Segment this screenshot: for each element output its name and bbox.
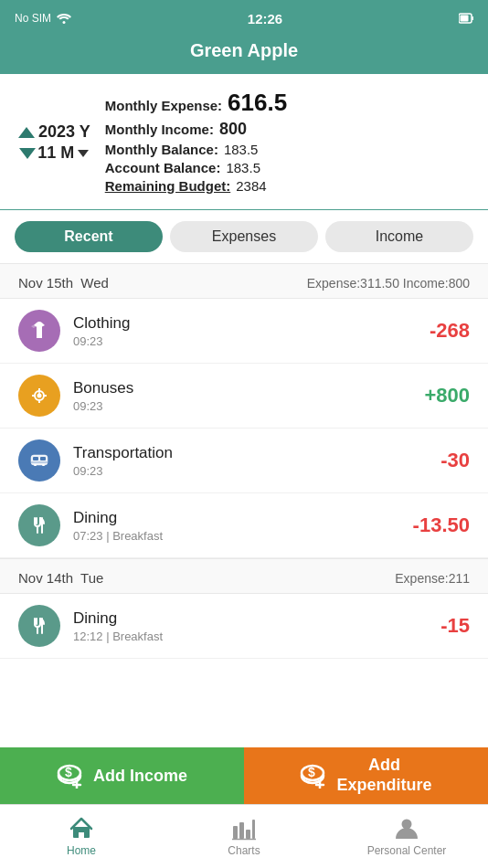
nav-personal-center-label: Personal Center: [367, 844, 447, 857]
remaining-budget-value: 2384: [236, 178, 266, 194]
svg-text:$: $: [308, 765, 315, 779]
list-item[interactable]: Transportation 09:23 -30: [0, 429, 488, 493]
remaining-budget-row: Remaining Budget: 2384: [105, 178, 470, 194]
month-chevron-icon[interactable]: [78, 150, 89, 157]
category-icon-dining-1: [18, 504, 60, 546]
svg-point-9: [37, 394, 42, 398]
svg-rect-35: [239, 822, 244, 839]
status-time: 12:26: [248, 11, 282, 26]
tx-info-dining-1: Dining 07:23 | Breakfast: [73, 509, 413, 543]
svg-rect-2: [472, 16, 473, 20]
tab-income[interactable]: Income: [325, 221, 473, 252]
monthly-income-value: 800: [219, 120, 247, 139]
add-income-label: Add Income: [93, 767, 187, 786]
day-summary-nov14: Expense:211: [395, 571, 470, 586]
add-income-icon: $: [57, 763, 84, 789]
wifi-icon: [57, 13, 71, 24]
tx-amount-bonuses: +800: [424, 384, 470, 408]
tx-info-transportation: Transportation 09:23: [73, 444, 440, 478]
svg-point-0: [63, 21, 66, 24]
tx-amount-dining-2: -15: [440, 614, 470, 638]
account-balance-value: 183.5: [226, 160, 260, 175]
tx-time-bonuses: 09:23: [73, 399, 424, 413]
day-summary-nov15: Expense:311.50 Income:800: [307, 276, 470, 291]
svg-rect-3: [460, 16, 468, 22]
action-buttons: $ Add Income $ AddExpenditure: [0, 747, 488, 804]
app-header: Green Apple: [0, 33, 488, 74]
monthly-balance-value: 183.5: [224, 142, 259, 157]
tx-name-dining-2: Dining: [73, 609, 440, 628]
tab-bar-filters: Recent Expenses Income: [0, 210, 488, 263]
tx-amount-transportation: -30: [440, 449, 470, 472]
svg-rect-14: [40, 457, 46, 460]
tx-info-dining-2: Dining 12:12 | Breakfast: [73, 609, 440, 643]
tx-time-dining-2: 12:12 | Breakfast: [73, 630, 440, 643]
tx-name-clothing: Clothing: [73, 314, 430, 333]
tx-info-bonuses: Bonuses 09:23: [73, 379, 424, 413]
monthly-expense-row: Monthly Expense: 616.5: [105, 89, 470, 117]
app-title: Green Apple: [190, 40, 298, 60]
monthly-income-row: Monthly Income: 800: [105, 120, 470, 139]
svg-rect-13: [33, 457, 38, 460]
status-left: No SIM: [15, 12, 71, 25]
tx-name-transportation: Transportation: [73, 444, 440, 462]
add-income-button[interactable]: $ Add Income: [0, 747, 244, 804]
account-balance-row: Account Balance: 183.5: [105, 160, 470, 175]
nav-home-label: Home: [67, 844, 96, 857]
monthly-balance-row: Monthly Balance: 183.5: [105, 142, 470, 157]
category-icon-dining-2: [18, 605, 60, 647]
day-header-nov15: Nov 15th Wed Expense:311.50 Income:800: [0, 263, 488, 299]
tx-info-clothing: Clothing 09:23: [73, 314, 430, 348]
svg-text:$: $: [65, 765, 72, 779]
carrier-label: No SIM: [15, 12, 51, 25]
svg-rect-15: [34, 464, 37, 466]
date-selector[interactable]: 2023 Y 11 M: [18, 122, 90, 163]
list-item[interactable]: Dining 07:23 | Breakfast -13.50: [0, 493, 488, 558]
svg-point-39: [402, 819, 412, 829]
list-item[interactable]: Clothing 09:23 -268: [0, 299, 488, 364]
svg-rect-16: [42, 464, 45, 466]
summary-section: 2023 Y 11 M Monthly Expense: 616.5 Month…: [0, 74, 488, 210]
person-icon: [394, 817, 419, 841]
tx-amount-clothing: -268: [430, 319, 470, 343]
year-label: 2023 Y: [38, 122, 90, 142]
tab-recent[interactable]: Recent: [15, 221, 163, 252]
day-label-nov15: Nov 15th Wed: [18, 275, 109, 291]
tx-amount-dining-1: -13.50: [413, 513, 470, 537]
svg-rect-17: [31, 461, 48, 463]
nav-home[interactable]: Home: [0, 805, 163, 868]
add-expenditure-icon: $: [300, 763, 327, 789]
year-down-arrow[interactable]: [19, 148, 36, 159]
monthly-balance-label: Monthly Balance:: [105, 142, 218, 157]
nav-charts-label: Charts: [228, 844, 260, 857]
category-icon-bonuses: [18, 375, 60, 417]
account-balance-label: Account Balance:: [105, 160, 221, 175]
add-expenditure-label: AddExpenditure: [336, 756, 431, 795]
add-expenditure-button[interactable]: $ AddExpenditure: [244, 747, 488, 804]
list-item[interactable]: Dining 12:12 | Breakfast -15: [0, 594, 488, 659]
tab-expenses[interactable]: Expenses: [170, 221, 318, 252]
tx-name-bonuses: Bonuses: [73, 379, 424, 397]
tx-name-dining-1: Dining: [73, 509, 413, 527]
stats-panel: Monthly Expense: 616.5 Monthly Income: 8…: [105, 89, 470, 196]
list-item[interactable]: Bonuses 09:23 +800: [0, 364, 488, 429]
month-label: 11 M: [37, 143, 74, 163]
svg-rect-36: [246, 830, 250, 839]
monthly-expense-label: Monthly Expense:: [105, 98, 222, 113]
transaction-list: Nov 15th Wed Expense:311.50 Income:800 C…: [0, 263, 488, 787]
svg-rect-37: [252, 820, 255, 839]
day-header-nov14: Nov 14th Tue Expense:211: [0, 558, 488, 594]
home-icon: [69, 817, 94, 841]
nav-charts[interactable]: Charts: [163, 805, 325, 868]
year-up-arrow[interactable]: [18, 127, 35, 138]
nav-personal-center[interactable]: Personal Center: [325, 805, 488, 868]
category-icon-clothing: [18, 310, 60, 352]
charts-icon: [231, 817, 257, 841]
svg-rect-34: [233, 826, 238, 839]
monthly-income-label: Monthly Income:: [105, 122, 214, 137]
tx-time-transportation: 09:23: [73, 464, 440, 478]
nav-tab-bar: Home Charts Personal Center: [0, 804, 488, 868]
category-icon-transportation: [18, 439, 60, 482]
status-bar: No SIM 12:26: [0, 0, 488, 33]
tx-time-clothing: 09:23: [73, 334, 430, 348]
